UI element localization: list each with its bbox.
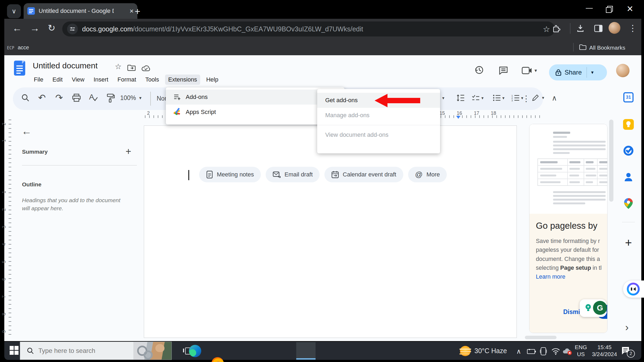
sidebar-maps-icon[interactable] — [622, 198, 635, 209]
pen-dropdown-icon[interactable]: ▾ — [542, 95, 544, 100]
more-toolbar-kebab-icon[interactable]: ⋮ — [522, 94, 530, 103]
sidebar-tasks-icon[interactable] — [622, 145, 635, 156]
line-spacing-icon[interactable] — [456, 94, 465, 102]
submenu-item-view-document-add-ons[interactable]: View document add-ons — [317, 127, 440, 142]
notification-center-icon[interactable]: 2 — [621, 346, 634, 357]
assistant-widget[interactable] — [623, 280, 644, 298]
tab-search-button[interactable]: ∨ — [7, 4, 21, 18]
sidebar-calendar-icon[interactable]: 31 — [622, 92, 635, 102]
taskbar-search-box[interactable] — [20, 342, 172, 360]
menu-extensions[interactable]: Extensions — [165, 75, 200, 85]
undo-icon[interactable]: ↶ — [38, 92, 46, 103]
pen-icon[interactable] — [532, 94, 539, 101]
language-indicator[interactable]: ENGUS — [575, 344, 587, 358]
hide-side-panel-chevron-icon[interactable]: › — [625, 322, 629, 333]
phone-link-icon[interactable] — [540, 347, 547, 357]
all-bookmarks-folder-icon[interactable] — [579, 44, 587, 51]
weather-label[interactable]: 30°C Haze — [474, 347, 507, 355]
grammarly-icon[interactable]: G — [593, 301, 607, 315]
bookmark-favicon-text[interactable]: ECP — [7, 46, 14, 50]
minimize-button[interactable]: — — [583, 4, 596, 12]
add-summary-button[interactable]: + — [126, 146, 131, 157]
promo-title: Go pageless by — [536, 221, 601, 231]
toolbar-divider — [570, 23, 570, 34]
weather-icon[interactable] — [459, 345, 471, 357]
submenu-item-manage-add-ons[interactable]: Manage add-ons — [317, 108, 440, 123]
redo-icon[interactable]: ↷ — [55, 92, 63, 103]
news-thumbnail[interactable] — [133, 342, 171, 360]
forward-icon[interactable]: → — [30, 23, 40, 34]
close-window-button[interactable]: × — [627, 3, 633, 15]
bookmark-star-icon[interactable]: ☆ — [543, 24, 550, 34]
back-icon[interactable]: ← — [12, 23, 22, 34]
print-icon[interactable] — [72, 93, 81, 102]
menu-edit[interactable]: Edit — [49, 75, 66, 85]
menu-view[interactable]: View — [68, 75, 87, 85]
doc-star-icon[interactable]: ☆ — [115, 62, 122, 71]
clock[interactable]: 15:453/24/2024 — [592, 344, 617, 358]
close-sidebar-back-icon[interactable]: ← — [21, 125, 32, 137]
tray-chevron-icon[interactable]: ∧ — [516, 348, 521, 355]
version-history-icon[interactable] — [474, 65, 484, 76]
search-input[interactable] — [38, 347, 114, 355]
new-tab-button[interactable]: + — [135, 6, 140, 17]
onedrive-error-icon[interactable] — [562, 348, 573, 357]
start-button[interactable] — [10, 346, 19, 355]
site-settings-icon[interactable] — [67, 24, 78, 34]
checklist-control[interactable]: ▾ — [472, 94, 484, 101]
address-bar[interactable]: docs.google.com/document/d/1IyVvxEKr3J5K… — [62, 21, 555, 36]
all-bookmarks-label[interactable]: All Bookmarks — [589, 45, 625, 51]
download-icon[interactable] — [576, 24, 585, 34]
bulleted-list-control[interactable]: ▾ — [493, 94, 504, 101]
extensions-puzzle-icon[interactable] — [552, 24, 561, 34]
bookmark-item[interactable]: acce — [18, 45, 29, 51]
email-draft-chip[interactable]: Email draft — [266, 167, 320, 182]
paint-format-icon[interactable] — [106, 93, 115, 103]
docs-favicon — [27, 7, 35, 15]
horizontal-scrollbar[interactable] — [525, 336, 557, 339]
meeting-notes-chip[interactable]: Meeting notes — [199, 167, 261, 182]
collapse-toolbar-icon[interactable]: ∧ — [552, 94, 557, 102]
restore-button[interactable] — [606, 6, 612, 12]
docs-logo[interactable] — [14, 61, 25, 76]
cloud-status-icon[interactable] — [141, 65, 151, 73]
learn-more-link[interactable]: Learn more — [536, 272, 601, 281]
calendar-event-draft-chip[interactable]: Calendar event draft — [324, 167, 403, 182]
docs-menubar: File Edit View Insert Format Tools Exten… — [31, 75, 222, 85]
menu-format[interactable]: Format — [114, 75, 140, 85]
sidebar-contacts-icon[interactable] — [622, 172, 635, 182]
numbered-list-control[interactable]: 123 ▾ — [511, 94, 523, 101]
sidebar-keep-icon[interactable] — [622, 119, 635, 130]
share-button[interactable]: Share ▾ — [549, 64, 607, 80]
menu-file[interactable]: File — [31, 75, 46, 85]
side-panel-icon[interactable] — [594, 25, 603, 33]
indent-marker[interactable] — [456, 116, 460, 119]
comments-icon[interactable] — [499, 65, 508, 76]
zoom-control[interactable]: 100% ▾ — [120, 94, 141, 102]
document-page[interactable] — [144, 125, 517, 338]
search-icon[interactable] — [21, 93, 30, 102]
battery-icon[interactable] — [527, 349, 536, 356]
document-title[interactable]: Untitled document — [33, 61, 98, 70]
wifi-icon[interactable] — [551, 348, 560, 356]
menu-insert[interactable]: Insert — [90, 75, 112, 85]
tab-close-icon[interactable]: × — [130, 7, 134, 15]
meet-video-button[interactable]: ▾ — [522, 67, 537, 75]
spellcheck-icon[interactable]: A — [89, 93, 98, 101]
ruler-number: 15 — [440, 110, 445, 116]
reload-icon[interactable]: ↻ — [48, 23, 56, 33]
browser-tab[interactable]: Untitled document - Google Do × — [24, 3, 137, 19]
edge-icon[interactable] — [189, 345, 201, 357]
summary-label: Summary — [22, 149, 48, 155]
docs-profile-avatar[interactable] — [616, 64, 630, 77]
move-folder-icon[interactable] — [127, 64, 136, 72]
share-dropdown-icon[interactable]: ▾ — [591, 69, 594, 75]
menu-tools[interactable]: Tools — [142, 75, 162, 85]
vertical-scrollbar[interactable] — [609, 120, 613, 202]
more-chip[interactable]: @ More — [408, 167, 447, 182]
browser-menu-kebab-icon[interactable]: ⋮ — [628, 23, 637, 33]
menu-help[interactable]: Help — [203, 75, 221, 85]
browser-profile-avatar[interactable] — [609, 22, 620, 34]
side-panel-add-icon[interactable]: + — [622, 236, 635, 249]
firefox-icon[interactable] — [211, 357, 224, 362]
